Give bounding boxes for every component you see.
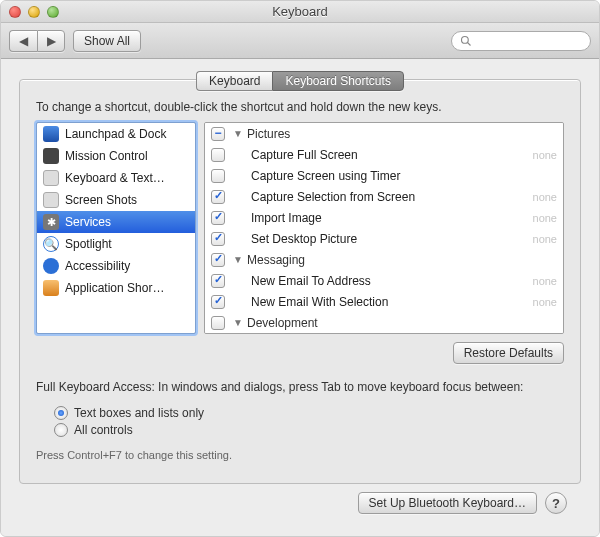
shortcut-group-row[interactable]: ▼Messaging [205, 249, 563, 270]
group-label: Messaging [247, 253, 557, 267]
shortcuts-panel: To change a shortcut, double-click the s… [19, 79, 581, 484]
lists-container: Launchpad & DockMission ControlKeyboard … [36, 122, 564, 334]
restore-defaults-button[interactable]: Restore Defaults [453, 342, 564, 364]
chevron-left-icon: ◀ [19, 34, 28, 48]
content-area: Keyboard Keyboard Shortcuts To change a … [1, 59, 599, 536]
appshort-icon [43, 280, 59, 296]
window-title: Keyboard [1, 4, 599, 19]
search-icon [460, 35, 472, 47]
shortcuts-list[interactable]: ▼PicturesCapture Full ScreennoneCapture … [204, 122, 564, 334]
checkbox[interactable] [211, 127, 225, 141]
search-field[interactable] [451, 31, 591, 51]
launchpad-icon [43, 126, 59, 142]
shortcut-label: New Email With Selection [251, 295, 533, 309]
accessibility-icon [43, 258, 59, 274]
shortcut-key[interactable]: none [533, 149, 557, 161]
sidebar-item-label: Launchpad & Dock [65, 127, 166, 141]
radio-label: All controls [74, 423, 133, 437]
sidebar-item-appshort[interactable]: Application Shor… [37, 277, 195, 299]
group-label: Pictures [247, 127, 557, 141]
shortcut-label: Capture Selection from Screen [251, 190, 533, 204]
checkbox[interactable] [211, 253, 225, 267]
fka-all-controls-radio[interactable]: All controls [54, 423, 564, 437]
shortcut-label: Capture Screen using Timer [251, 169, 557, 183]
back-button[interactable]: ◀ [9, 30, 37, 52]
radio-label: Text boxes and lists only [74, 406, 204, 420]
shortcut-label: New Email To Address [251, 274, 533, 288]
shortcut-label: Capture Full Screen [251, 148, 533, 162]
sidebar-item-accessibility[interactable]: Accessibility [37, 255, 195, 277]
checkbox[interactable] [211, 211, 225, 225]
bluetooth-keyboard-button[interactable]: Set Up Bluetooth Keyboard… [358, 492, 537, 514]
mission-icon [43, 148, 59, 164]
svg-line-1 [468, 42, 471, 45]
disclosure-triangle-icon[interactable]: ▼ [233, 254, 243, 265]
tab-keyboard-shortcuts[interactable]: Keyboard Shortcuts [272, 71, 403, 91]
full-keyboard-access-options: Text boxes and lists only All controls [54, 406, 564, 437]
shortcut-group-row[interactable]: ▼Pictures [205, 123, 563, 144]
fka-text-boxes-radio[interactable]: Text boxes and lists only [54, 406, 564, 420]
shortcut-item-row[interactable]: Capture Full Screennone [205, 144, 563, 165]
checkbox[interactable] [211, 148, 225, 162]
preferences-window: Keyboard ◀ ▶ Show All Keyboard Keyboard … [0, 0, 600, 537]
spotlight-icon: 🔍 [43, 236, 59, 252]
screenshot-icon [43, 192, 59, 208]
show-all-button[interactable]: Show All [73, 30, 141, 52]
sidebar-item-label: Accessibility [65, 259, 130, 273]
footer: Set Up Bluetooth Keyboard… ? [19, 484, 581, 522]
shortcut-key[interactable]: none [533, 233, 557, 245]
shortcut-label: Set Desktop Picture [251, 232, 533, 246]
sidebar-item-label: Keyboard & Text… [65, 171, 165, 185]
sidebar-item-label: Screen Shots [65, 193, 137, 207]
full-keyboard-access-label: Full Keyboard Access: In windows and dia… [36, 380, 564, 394]
checkbox[interactable] [211, 295, 225, 309]
sidebar-item-services[interactable]: ✱Services [37, 211, 195, 233]
checkbox[interactable] [211, 232, 225, 246]
group-label: Development [247, 316, 557, 330]
help-button[interactable]: ? [545, 492, 567, 514]
shortcut-item-row[interactable]: Capture Screen using Timer [205, 165, 563, 186]
disclosure-triangle-icon[interactable]: ▼ [233, 128, 243, 139]
tab-bar: Keyboard Keyboard Shortcuts [19, 71, 581, 91]
shortcut-item-row[interactable]: Create Service [205, 333, 563, 334]
shortcut-key[interactable]: none [533, 275, 557, 287]
fka-hint: Press Control+F7 to change this setting. [36, 449, 564, 461]
shortcut-item-row[interactable]: Capture Selection from Screennone [205, 186, 563, 207]
category-sidebar[interactable]: Launchpad & DockMission ControlKeyboard … [36, 122, 196, 334]
toolbar: ◀ ▶ Show All [1, 23, 599, 59]
titlebar: Keyboard [1, 1, 599, 23]
checkbox[interactable] [211, 169, 225, 183]
chevron-right-icon: ▶ [47, 34, 56, 48]
instruction-text: To change a shortcut, double-click the s… [36, 100, 564, 114]
shortcut-key[interactable]: none [533, 296, 557, 308]
keyboard-icon [43, 170, 59, 186]
sidebar-item-label: Spotlight [65, 237, 112, 251]
disclosure-triangle-icon[interactable]: ▼ [233, 317, 243, 328]
checkbox[interactable] [211, 190, 225, 204]
shortcut-key[interactable]: none [533, 212, 557, 224]
shortcut-item-row[interactable]: Import Imagenone [205, 207, 563, 228]
checkbox[interactable] [211, 316, 225, 330]
help-icon: ? [552, 496, 560, 511]
sidebar-item-spotlight[interactable]: 🔍Spotlight [37, 233, 195, 255]
sidebar-item-screenshot[interactable]: Screen Shots [37, 189, 195, 211]
sidebar-item-label: Services [65, 215, 111, 229]
shortcut-item-row[interactable]: New Email With Selectionnone [205, 291, 563, 312]
sidebar-item-label: Application Shor… [65, 281, 164, 295]
radio-off-icon [54, 423, 68, 437]
tab-keyboard[interactable]: Keyboard [196, 71, 272, 91]
shortcut-item-row[interactable]: New Email To Addressnone [205, 270, 563, 291]
shortcut-label: Import Image [251, 211, 533, 225]
shortcut-key[interactable]: none [533, 191, 557, 203]
forward-button[interactable]: ▶ [37, 30, 65, 52]
search-input[interactable] [476, 35, 582, 47]
radio-on-icon [54, 406, 68, 420]
checkbox[interactable] [211, 274, 225, 288]
sidebar-item-keyboard[interactable]: Keyboard & Text… [37, 167, 195, 189]
sidebar-item-launchpad[interactable]: Launchpad & Dock [37, 123, 195, 145]
sidebar-item-mission[interactable]: Mission Control [37, 145, 195, 167]
services-icon: ✱ [43, 214, 59, 230]
shortcut-group-row[interactable]: ▼Development [205, 312, 563, 333]
svg-point-0 [462, 36, 469, 43]
shortcut-item-row[interactable]: Set Desktop Picturenone [205, 228, 563, 249]
